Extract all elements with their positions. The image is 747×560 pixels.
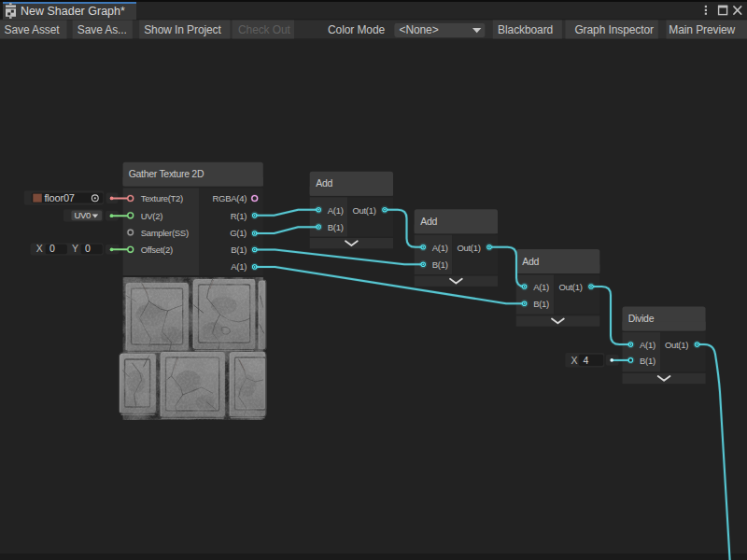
svg-text:A(1): A(1)	[640, 340, 655, 350]
svg-text:A(1): A(1)	[328, 205, 344, 216]
svg-text:R(1): R(1)	[231, 211, 247, 221]
svg-text:B(1): B(1)	[328, 222, 344, 232]
svg-text:B(1): B(1)	[533, 299, 549, 309]
svg-text:0: 0	[49, 243, 55, 254]
svg-text:Out(1): Out(1)	[558, 282, 582, 292]
svg-text:B(1): B(1)	[432, 259, 448, 270]
svg-text:UV(2): UV(2)	[141, 211, 162, 221]
svg-text:Offset(2): Offset(2)	[141, 245, 173, 255]
svg-text:0: 0	[85, 243, 91, 254]
svg-text:Save As...: Save As...	[78, 23, 127, 36]
svg-text:Gather Texture 2D: Gather Texture 2D	[129, 168, 204, 179]
svg-text:G(1): G(1)	[230, 228, 247, 238]
svg-text:Add: Add	[420, 216, 437, 227]
svg-text:A(1): A(1)	[533, 282, 549, 292]
svg-text:Save Asset: Save Asset	[5, 23, 61, 36]
svg-text:floor07: floor07	[45, 192, 75, 203]
svg-text:X: X	[36, 243, 43, 254]
svg-text:Add: Add	[522, 256, 539, 267]
svg-text:Sampler(SS): Sampler(SS)	[141, 228, 189, 238]
svg-text:Y: Y	[72, 243, 78, 254]
svg-text:Out(1): Out(1)	[457, 243, 480, 253]
svg-text:Divide: Divide	[628, 313, 655, 324]
svg-text:Out(1): Out(1)	[665, 340, 688, 350]
svg-text:Color Mode: Color Mode	[328, 23, 385, 36]
svg-text:Blackboard: Blackboard	[498, 23, 553, 36]
svg-text:Add: Add	[316, 177, 332, 189]
svg-text:Graph Inspector: Graph Inspector	[574, 23, 654, 36]
svg-text:B(1): B(1)	[640, 356, 655, 366]
svg-text:UV0: UV0	[75, 210, 92, 220]
svg-text:Texture(T2): Texture(T2)	[141, 193, 183, 203]
svg-text:A(1): A(1)	[231, 261, 247, 272]
svg-text:A(1): A(1)	[432, 243, 448, 253]
svg-text:B(1): B(1)	[231, 245, 247, 255]
svg-text:<None>: <None>	[400, 23, 439, 36]
svg-text:X: X	[571, 355, 578, 366]
svg-text:Out(1): Out(1)	[352, 205, 375, 216]
svg-text:Check Out: Check Out	[238, 23, 291, 36]
svg-text:Show In Project: Show In Project	[144, 23, 221, 36]
svg-text:RGBA(4): RGBA(4)	[213, 193, 247, 203]
svg-text:4: 4	[584, 355, 589, 366]
svg-text:Main Preview: Main Preview	[669, 23, 735, 36]
svg-text:New Shader Graph*: New Shader Graph*	[21, 5, 125, 18]
